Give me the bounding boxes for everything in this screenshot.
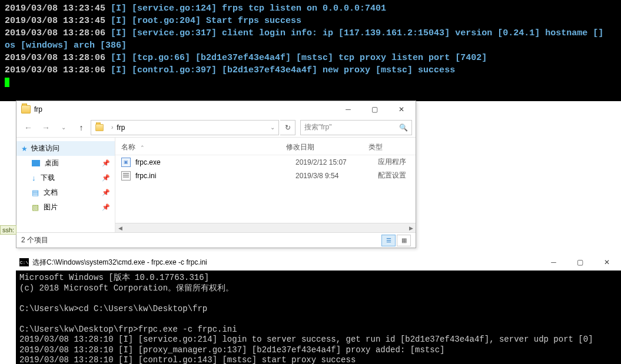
nav-back-button[interactable]: ← [20,121,36,135]
file-date: 2019/3/8 9:54 [295,172,378,180]
pin-icon: 📌 [102,159,110,167]
star-icon: ★ [21,145,28,153]
close-button[interactable]: ✕ [593,254,620,271]
refresh-button[interactable]: ↻ [280,120,295,135]
close-button[interactable]: ✕ [388,101,414,118]
file-date: 2019/2/12 15:07 [295,158,378,166]
file-name: frpc.exe [135,158,295,166]
explorer-file-list: 名称⌃ 修改日期 类型 ▣frpc.exe2019/2/12 15:07应用程序… [115,138,416,232]
cmd-title: 选择C:\Windows\system32\cmd.exe - frpc.exe… [32,258,207,268]
nav-recent-button[interactable]: ⌄ [55,121,72,135]
search-placeholder: 搜索"frp" [304,122,332,132]
view-details-button[interactable]: ☰ [381,235,396,246]
desktop-icon [32,160,40,166]
sidebar-item-label: 文档 [44,188,58,198]
file-type: 配置设置 [378,171,410,181]
explorer-statusbar: 2 个项目 ☰ ▦ [16,232,416,248]
column-headers: 名称⌃ 修改日期 类型 [115,138,416,155]
sidebar-item-label: 图片 [44,202,58,212]
nav-forward-button[interactable]: → [38,121,54,135]
folder-icon [21,105,31,113]
terminal-cursor [5,78,9,87]
download-icon: ↓ [32,173,36,182]
item-count: 2 个项目 [21,235,48,245]
file-type: 应用程序 [378,157,410,167]
breadcrumb[interactable]: › frp ⌄ [91,120,279,135]
file-row[interactable]: ▣frpc.exe2019/2/12 15:07应用程序 [115,155,416,169]
ssh-terminal-output[interactable]: 2019/03/08 13:23:45 [I] [service.go:124]… [0,0,621,101]
horizontal-scrollbar[interactable]: ◀ ▶ [115,223,416,232]
sidebar-group-label: 快速访问 [31,143,59,153]
column-header-date[interactable]: 修改日期 [286,142,368,152]
explorer-titlebar[interactable]: frp ─ ▢ ✕ [16,101,416,118]
minimize-button[interactable]: ─ [335,101,361,118]
cmd-output[interactable]: Microsoft Windows [版本 10.0.17763.316] (c… [16,271,621,364]
file-explorer-window: frp ─ ▢ ✕ ← → ⌄ ↑ › frp ⌄ ↻ 搜索"frp" 🔍 ★ … [16,101,416,248]
sidebar-item-documents[interactable]: ▤ 文档 📌 [16,185,115,200]
column-header-name[interactable]: 名称⌃ [121,142,286,152]
minimize-button[interactable]: ─ [540,254,567,271]
breadcrumb-segment[interactable]: frp [117,123,125,132]
cmd-window: C:\ 选择C:\Windows\system32\cmd.exe - frpc… [16,254,621,364]
sidebar-quick-access[interactable]: ★ 快速访问 [16,141,115,156]
maximize-button[interactable]: ▢ [567,254,593,271]
scroll-left-icon[interactable]: ◀ [115,223,125,233]
chevron-down-icon[interactable]: ⌄ [270,124,275,131]
pin-icon: 📌 [102,174,110,182]
sidebar-item-downloads[interactable]: ↓ 下载 📌 [16,171,115,185]
ssh-tab-label: ssh: [0,225,16,235]
column-header-type[interactable]: 类型 [368,142,410,152]
maximize-button[interactable]: ▢ [361,101,388,118]
pin-icon: 📌 [102,203,110,211]
window-title: frp [34,105,42,113]
pin-icon: 📌 [102,189,110,196]
cmd-titlebar[interactable]: C:\ 选择C:\Windows\system32\cmd.exe - frpc… [16,254,621,271]
sidebar-item-label: 桌面 [45,158,59,168]
file-row[interactable]: frpc.ini2019/3/8 9:54配置设置 [115,169,416,182]
search-input[interactable]: 搜索"frp" 🔍 [300,120,412,135]
explorer-sidebar: ★ 快速访问 桌面 📌 ↓ 下载 📌 ▤ 文档 📌 ▧ 图片 📌 [16,138,115,232]
nav-up-button[interactable]: ↑ [73,121,89,135]
scroll-right-icon[interactable]: ▶ [406,223,416,233]
sidebar-item-desktop[interactable]: 桌面 📌 [16,156,115,171]
ini-icon [121,171,131,181]
sort-arrow-icon: ⌃ [140,145,145,151]
view-icons-button[interactable]: ▦ [397,235,411,246]
chevron-right-icon: › [111,124,113,131]
document-icon: ▤ [32,188,39,197]
explorer-nav-bar: ← → ⌄ ↑ › frp ⌄ ↻ 搜索"frp" 🔍 [16,118,416,138]
cmd-icon: C:\ [19,258,29,266]
pictures-icon: ▧ [32,203,39,212]
folder-icon [95,124,104,131]
exe-icon: ▣ [121,158,131,167]
search-icon: 🔍 [399,123,408,132]
sidebar-item-label: 下载 [41,173,55,183]
sidebar-item-pictures[interactable]: ▧ 图片 📌 [16,200,115,215]
file-name: frpc.ini [135,172,295,180]
